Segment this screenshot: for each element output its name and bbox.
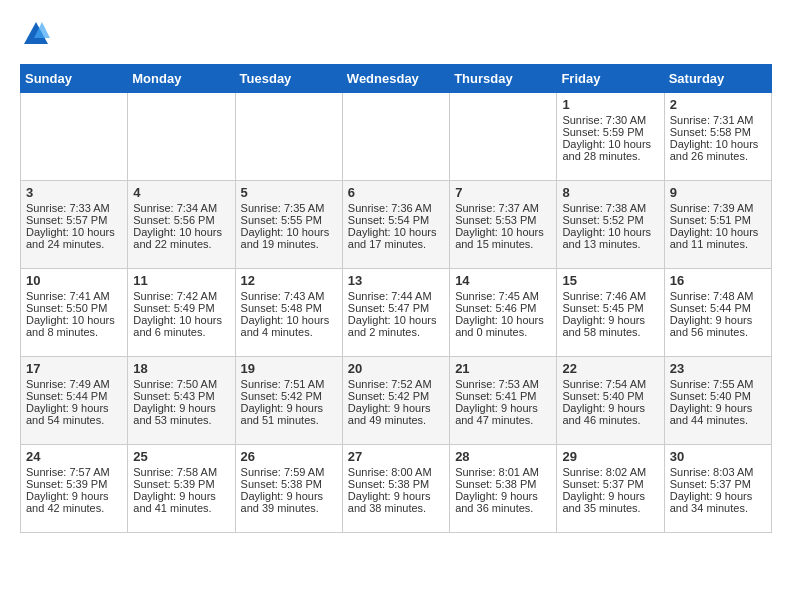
- day-info: Daylight: 9 hours and 51 minutes.: [241, 402, 337, 426]
- calendar-cell: 3Sunrise: 7:33 AMSunset: 5:57 PMDaylight…: [21, 180, 128, 268]
- weekday-header-sunday: Sunday: [21, 64, 128, 92]
- day-info: Sunrise: 7:51 AM: [241, 378, 337, 390]
- weekday-header-wednesday: Wednesday: [342, 64, 449, 92]
- day-info: Sunrise: 7:34 AM: [133, 202, 229, 214]
- calendar-cell: 9Sunrise: 7:39 AMSunset: 5:51 PMDaylight…: [664, 180, 771, 268]
- day-info: Sunset: 5:38 PM: [241, 478, 337, 490]
- calendar-cell: 1Sunrise: 7:30 AMSunset: 5:59 PMDaylight…: [557, 92, 664, 180]
- day-number: 23: [670, 361, 766, 376]
- day-info: Sunrise: 7:52 AM: [348, 378, 444, 390]
- day-info: Sunset: 5:53 PM: [455, 214, 551, 226]
- calendar-cell: 17Sunrise: 7:49 AMSunset: 5:44 PMDayligh…: [21, 356, 128, 444]
- day-info: Sunset: 5:46 PM: [455, 302, 551, 314]
- day-info: Sunset: 5:48 PM: [241, 302, 337, 314]
- day-info: Sunrise: 8:02 AM: [562, 466, 658, 478]
- weekday-header-tuesday: Tuesday: [235, 64, 342, 92]
- header: [20, 20, 772, 54]
- day-number: 19: [241, 361, 337, 376]
- day-info: Daylight: 9 hours and 56 minutes.: [670, 314, 766, 338]
- calendar-cell: 12Sunrise: 7:43 AMSunset: 5:48 PMDayligh…: [235, 268, 342, 356]
- weekday-header-friday: Friday: [557, 64, 664, 92]
- day-info: Daylight: 10 hours and 13 minutes.: [562, 226, 658, 250]
- calendar-cell: 20Sunrise: 7:52 AMSunset: 5:42 PMDayligh…: [342, 356, 449, 444]
- calendar-cell: [21, 92, 128, 180]
- day-info: Sunrise: 7:44 AM: [348, 290, 444, 302]
- day-info: Daylight: 9 hours and 54 minutes.: [26, 402, 122, 426]
- day-info: Sunset: 5:50 PM: [26, 302, 122, 314]
- day-number: 4: [133, 185, 229, 200]
- day-info: Sunrise: 7:43 AM: [241, 290, 337, 302]
- calendar-cell: 19Sunrise: 7:51 AMSunset: 5:42 PMDayligh…: [235, 356, 342, 444]
- day-info: Daylight: 9 hours and 39 minutes.: [241, 490, 337, 514]
- day-info: Sunset: 5:49 PM: [133, 302, 229, 314]
- day-info: Sunrise: 7:49 AM: [26, 378, 122, 390]
- day-info: Daylight: 10 hours and 24 minutes.: [26, 226, 122, 250]
- logo-icon: [22, 20, 50, 48]
- day-info: Sunrise: 7:58 AM: [133, 466, 229, 478]
- day-info: Sunrise: 7:31 AM: [670, 114, 766, 126]
- day-info: Sunrise: 7:53 AM: [455, 378, 551, 390]
- calendar-cell: 6Sunrise: 7:36 AMSunset: 5:54 PMDaylight…: [342, 180, 449, 268]
- day-info: Sunrise: 7:36 AM: [348, 202, 444, 214]
- calendar-week-row: 17Sunrise: 7:49 AMSunset: 5:44 PMDayligh…: [21, 356, 772, 444]
- calendar-cell: 18Sunrise: 7:50 AMSunset: 5:43 PMDayligh…: [128, 356, 235, 444]
- day-number: 17: [26, 361, 122, 376]
- day-info: Daylight: 9 hours and 53 minutes.: [133, 402, 229, 426]
- calendar-cell: 24Sunrise: 7:57 AMSunset: 5:39 PMDayligh…: [21, 444, 128, 532]
- day-info: Sunrise: 8:00 AM: [348, 466, 444, 478]
- calendar-body: 1Sunrise: 7:30 AMSunset: 5:59 PMDaylight…: [21, 92, 772, 532]
- day-info: Daylight: 10 hours and 26 minutes.: [670, 138, 766, 162]
- day-number: 11: [133, 273, 229, 288]
- calendar-cell: 23Sunrise: 7:55 AMSunset: 5:40 PMDayligh…: [664, 356, 771, 444]
- day-info: Sunset: 5:42 PM: [241, 390, 337, 402]
- day-info: Daylight: 10 hours and 28 minutes.: [562, 138, 658, 162]
- day-number: 20: [348, 361, 444, 376]
- calendar-cell: 7Sunrise: 7:37 AMSunset: 5:53 PMDaylight…: [450, 180, 557, 268]
- day-info: Daylight: 9 hours and 49 minutes.: [348, 402, 444, 426]
- day-info: Daylight: 10 hours and 6 minutes.: [133, 314, 229, 338]
- calendar-table: SundayMondayTuesdayWednesdayThursdayFrid…: [20, 64, 772, 533]
- day-info: Sunset: 5:58 PM: [670, 126, 766, 138]
- calendar-header-row: SundayMondayTuesdayWednesdayThursdayFrid…: [21, 64, 772, 92]
- day-info: Sunrise: 8:03 AM: [670, 466, 766, 478]
- day-info: Sunset: 5:40 PM: [562, 390, 658, 402]
- calendar-week-row: 10Sunrise: 7:41 AMSunset: 5:50 PMDayligh…: [21, 268, 772, 356]
- day-info: Daylight: 10 hours and 22 minutes.: [133, 226, 229, 250]
- day-info: Daylight: 9 hours and 41 minutes.: [133, 490, 229, 514]
- weekday-header-saturday: Saturday: [664, 64, 771, 92]
- weekday-header-thursday: Thursday: [450, 64, 557, 92]
- day-info: Sunrise: 7:48 AM: [670, 290, 766, 302]
- calendar-cell: 22Sunrise: 7:54 AMSunset: 5:40 PMDayligh…: [557, 356, 664, 444]
- day-info: Sunset: 5:38 PM: [348, 478, 444, 490]
- calendar-cell: [128, 92, 235, 180]
- calendar-cell: 11Sunrise: 7:42 AMSunset: 5:49 PMDayligh…: [128, 268, 235, 356]
- day-number: 8: [562, 185, 658, 200]
- day-number: 21: [455, 361, 551, 376]
- day-number: 13: [348, 273, 444, 288]
- calendar-cell: 29Sunrise: 8:02 AMSunset: 5:37 PMDayligh…: [557, 444, 664, 532]
- calendar-cell: 14Sunrise: 7:45 AMSunset: 5:46 PMDayligh…: [450, 268, 557, 356]
- calendar-cell: 25Sunrise: 7:58 AMSunset: 5:39 PMDayligh…: [128, 444, 235, 532]
- calendar-week-row: 3Sunrise: 7:33 AMSunset: 5:57 PMDaylight…: [21, 180, 772, 268]
- calendar-week-row: 1Sunrise: 7:30 AMSunset: 5:59 PMDaylight…: [21, 92, 772, 180]
- day-number: 26: [241, 449, 337, 464]
- day-info: Daylight: 9 hours and 58 minutes.: [562, 314, 658, 338]
- day-number: 5: [241, 185, 337, 200]
- day-number: 10: [26, 273, 122, 288]
- day-number: 14: [455, 273, 551, 288]
- day-info: Sunrise: 7:59 AM: [241, 466, 337, 478]
- day-info: Sunset: 5:39 PM: [26, 478, 122, 490]
- day-info: Sunset: 5:47 PM: [348, 302, 444, 314]
- day-number: 9: [670, 185, 766, 200]
- day-number: 30: [670, 449, 766, 464]
- day-info: Sunset: 5:40 PM: [670, 390, 766, 402]
- day-info: Sunset: 5:43 PM: [133, 390, 229, 402]
- day-number: 12: [241, 273, 337, 288]
- day-info: Sunset: 5:55 PM: [241, 214, 337, 226]
- calendar-cell: 4Sunrise: 7:34 AMSunset: 5:56 PMDaylight…: [128, 180, 235, 268]
- day-info: Sunset: 5:37 PM: [670, 478, 766, 490]
- day-info: Sunrise: 7:45 AM: [455, 290, 551, 302]
- day-info: Daylight: 10 hours and 17 minutes.: [348, 226, 444, 250]
- day-info: Daylight: 10 hours and 8 minutes.: [26, 314, 122, 338]
- calendar-week-row: 24Sunrise: 7:57 AMSunset: 5:39 PMDayligh…: [21, 444, 772, 532]
